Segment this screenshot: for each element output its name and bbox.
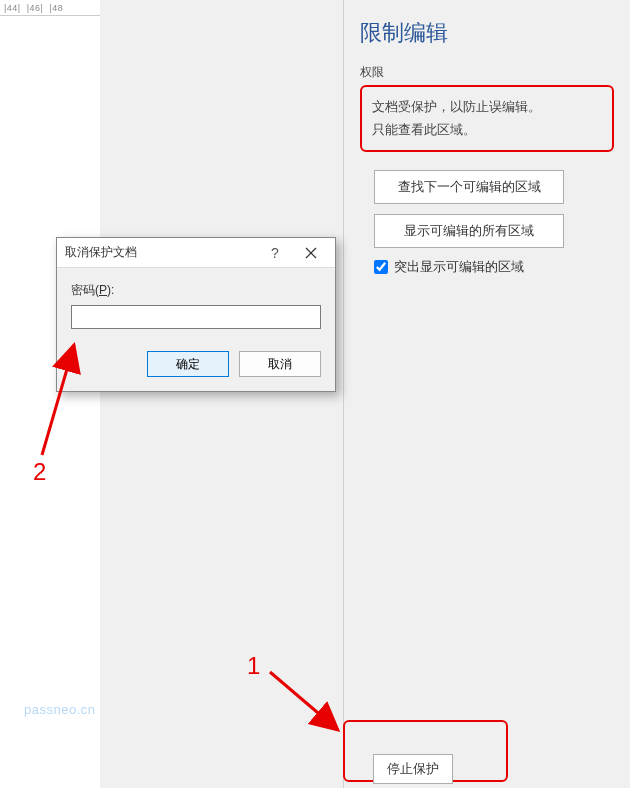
stop-protection-button[interactable]: 停止保护 <box>373 754 453 784</box>
dialog-button-row: 确定 取消 <box>57 335 335 391</box>
ok-button[interactable]: 确定 <box>147 351 229 377</box>
highlight-editable-label: 突出显示可编辑的区域 <box>394 258 524 276</box>
ruler-mark: |46| <box>27 3 44 13</box>
annotation-number-1: 1 <box>247 652 260 680</box>
background-area <box>100 0 343 788</box>
highlight-editable-checkbox[interactable] <box>374 260 388 274</box>
dialog-body: 密码(P): <box>57 268 335 335</box>
protection-message-box: 文档受保护，以防止误编辑。 只能查看此区域。 <box>360 85 614 152</box>
protection-message-line: 只能查看此区域。 <box>372 118 602 141</box>
unprotect-document-dialog: 取消保护文档 ? 密码(P): 确定 取消 <box>56 237 336 392</box>
highlight-editable-checkbox-row[interactable]: 突出显示可编辑的区域 <box>374 258 614 276</box>
ruler-mark: |48 <box>49 3 63 13</box>
panel-title: 限制编辑 <box>360 18 614 48</box>
protection-message-line: 文档受保护，以防止误编辑。 <box>372 95 602 118</box>
dialog-titlebar[interactable]: 取消保护文档 ? <box>57 238 335 268</box>
document-area[interactable] <box>0 16 100 788</box>
watermark: passneo.cn <box>24 702 96 717</box>
password-label: 密码(P): <box>71 282 321 299</box>
ruler-mark: |44| <box>4 3 21 13</box>
dialog-title: 取消保护文档 <box>65 244 259 261</box>
password-input[interactable] <box>71 305 321 329</box>
cancel-button[interactable]: 取消 <box>239 351 321 377</box>
show-all-editable-button[interactable]: 显示可编辑的所有区域 <box>374 214 564 248</box>
close-icon[interactable] <box>291 239 331 267</box>
permissions-label: 权限 <box>360 64 614 81</box>
annotation-number-2: 2 <box>33 458 46 486</box>
help-icon[interactable]: ? <box>259 239 291 267</box>
restrict-editing-panel: 限制编辑 权限 文档受保护，以防止误编辑。 只能查看此区域。 查找下一个可编辑的… <box>343 0 630 788</box>
find-next-editable-button[interactable]: 查找下一个可编辑的区域 <box>374 170 564 204</box>
